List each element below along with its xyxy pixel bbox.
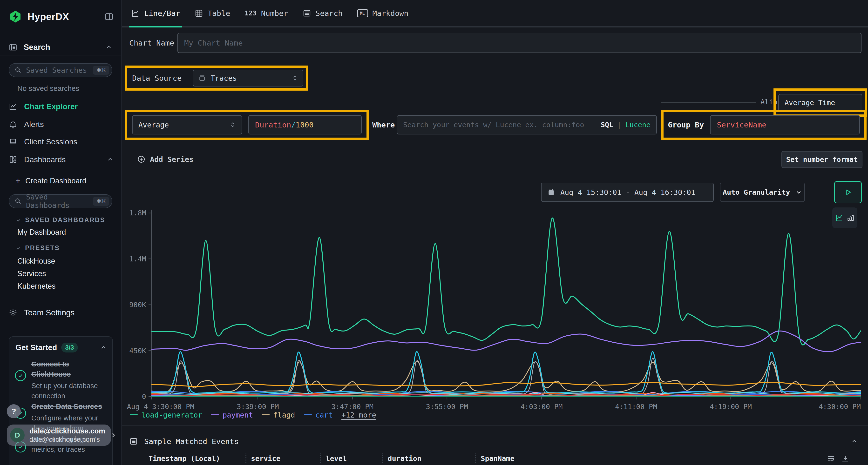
sidebar-section-search[interactable]: Search bbox=[9, 40, 112, 54]
saved-dashboards-group-header[interactable]: SAVED DASHBOARDS bbox=[16, 217, 105, 224]
chevron-right-icon bbox=[110, 432, 117, 439]
aggregation-select[interactable]: Average bbox=[132, 115, 242, 134]
column-header-duration[interactable]: duration bbox=[388, 455, 422, 463]
column-separator[interactable] bbox=[475, 454, 476, 463]
play-icon bbox=[844, 188, 852, 197]
list-icon bbox=[129, 437, 138, 446]
chart-name-label: Chart Name bbox=[129, 38, 178, 47]
download-icon[interactable] bbox=[841, 455, 850, 463]
chart-line-icon bbox=[9, 102, 18, 111]
sql-mode-toggle[interactable]: SQL bbox=[600, 121, 613, 129]
create-dashboard-button[interactable]: + Create Dashboard bbox=[16, 175, 86, 187]
where-label: Where bbox=[372, 110, 395, 140]
column-separator[interactable] bbox=[382, 454, 383, 463]
column-header-level[interactable]: level bbox=[326, 455, 347, 463]
chevron-up-icon[interactable] bbox=[106, 156, 114, 163]
chevron-up-icon[interactable] bbox=[100, 344, 107, 351]
lucene-mode-toggle[interactable]: Lucene bbox=[625, 121, 651, 129]
svg-text:3:55:00 PM: 3:55:00 PM bbox=[426, 403, 468, 411]
sidebar-item-chart-explorer[interactable]: Chart Explorer bbox=[9, 100, 114, 113]
sidebar-item-clickhouse[interactable]: ClickHouse bbox=[18, 257, 55, 266]
legend-item[interactable]: load-generator bbox=[130, 411, 202, 419]
search-icon bbox=[14, 198, 22, 205]
tutorial-highlight-group-by: Group By bbox=[661, 110, 867, 140]
alias-divider-line bbox=[661, 102, 756, 103]
chevron-up-icon[interactable] bbox=[850, 438, 858, 445]
column-header-service[interactable]: service bbox=[251, 455, 280, 463]
get-started-header[interactable]: Get Started 3/3 bbox=[16, 343, 107, 353]
gear-icon bbox=[9, 308, 18, 317]
sidebar-item-my-dashboard[interactable]: My Dashboard bbox=[18, 228, 66, 237]
legend-more-link[interactable]: +12 more bbox=[341, 411, 376, 419]
chevron-up-icon[interactable] bbox=[105, 44, 112, 51]
granularity-select[interactable]: Auto Granularity bbox=[720, 182, 805, 202]
sidebar-item-client-sessions[interactable]: Client Sessions bbox=[9, 135, 114, 148]
sample-matched-events-header[interactable]: Sample Matched Events bbox=[129, 434, 858, 449]
chart-legend: load-generatorpaymentflagdcart+12 more bbox=[130, 409, 376, 421]
get-started-step-connect[interactable]: Connect to ClickHouse Set up your databa… bbox=[15, 359, 108, 401]
sidebar-item-services[interactable]: Services bbox=[18, 269, 46, 278]
step-title: Create Data Sources bbox=[31, 401, 108, 411]
timeseries-chart[interactable]: 0450K900K1.4M1.8MAug 4 3:30:00 PM3:39:00… bbox=[122, 205, 868, 412]
tab-markdown[interactable]: Markdown bbox=[355, 0, 410, 26]
saved-dashboards-input[interactable]: Saved Dashboards ⌘K bbox=[9, 194, 112, 208]
collapse-sidebar-icon[interactable] bbox=[104, 12, 114, 22]
column-separator[interactable] bbox=[320, 454, 321, 463]
tab-number[interactable]: 123 Number bbox=[243, 0, 290, 26]
sidebar-item-team-settings[interactable]: Team Settings bbox=[9, 306, 114, 319]
group-by-input[interactable] bbox=[710, 115, 860, 134]
column-header-spanname[interactable]: SpanName bbox=[481, 455, 515, 463]
sidebar-item-dashboards[interactable]: Dashboards bbox=[9, 153, 114, 166]
svg-text:4:11:00 PM: 4:11:00 PM bbox=[615, 403, 657, 411]
presets-group-header[interactable]: PRESETS bbox=[16, 244, 60, 252]
alias-input[interactable] bbox=[778, 94, 862, 111]
no-saved-searches-text: No saved searches bbox=[18, 84, 79, 93]
step-title: Connect to ClickHouse bbox=[31, 359, 108, 379]
add-series-button[interactable]: Add Series bbox=[137, 152, 194, 166]
svg-text:0: 0 bbox=[142, 393, 146, 401]
legend-item[interactable]: cart bbox=[304, 411, 333, 419]
group-by-label: Group By bbox=[668, 121, 704, 129]
select-updown-icon bbox=[229, 122, 236, 128]
tab-line-bar[interactable]: Line/Bar bbox=[129, 0, 182, 26]
legend-item[interactable]: payment bbox=[211, 411, 253, 419]
data-source-value: Traces bbox=[211, 74, 237, 82]
user-account-chip[interactable]: D dale@clickhouse.com dale@clickhouse.co… bbox=[7, 425, 111, 446]
data-source-select[interactable]: Traces bbox=[193, 70, 303, 87]
saved-searches-input[interactable]: Saved Searches ⌘K bbox=[9, 63, 112, 77]
line-chart-icon bbox=[131, 9, 140, 18]
column-separator[interactable] bbox=[245, 454, 246, 463]
run-query-button[interactable] bbox=[834, 181, 862, 203]
chart-type-tabbar: Line/Bar Table 123 Number Search Markdow… bbox=[122, 0, 868, 28]
chart-name-input[interactable] bbox=[178, 33, 862, 53]
time-range-value: Aug 4 15:30:01 - Aug 4 16:30:01 bbox=[560, 188, 695, 197]
step-description: Set up your database connection bbox=[31, 381, 108, 401]
svg-text:1.4M: 1.4M bbox=[129, 255, 146, 263]
tab-search[interactable]: Search bbox=[301, 0, 345, 26]
column-header-timestamp[interactable]: Timestamp (Local) bbox=[149, 455, 220, 463]
tutorial-highlight-data-source: Data Source Traces bbox=[125, 66, 308, 91]
table-icon bbox=[194, 9, 203, 18]
time-range-picker[interactable]: Aug 4 15:30:01 - Aug 4 16:30:01 bbox=[541, 182, 714, 202]
set-number-format-button[interactable]: Set number format bbox=[781, 151, 863, 168]
user-team: dale@clickhouse.com's bbox=[29, 435, 105, 443]
saved-dashboards-placeholder: Saved Dashboards bbox=[26, 193, 89, 210]
calendar-icon bbox=[547, 189, 555, 196]
help-button[interactable]: ? bbox=[7, 404, 21, 418]
check-circle-icon bbox=[15, 370, 26, 381]
tab-table[interactable]: Table bbox=[193, 0, 232, 26]
list-icon bbox=[303, 9, 311, 18]
saved-searches-placeholder: Saved Searches bbox=[26, 66, 87, 74]
where-search-input[interactable]: SQL | Lucene bbox=[397, 115, 657, 134]
svg-text:450K: 450K bbox=[129, 347, 146, 355]
aggregation-expression-field[interactable]: Duration/1000 bbox=[248, 115, 362, 134]
legend-item[interactable]: flagd bbox=[261, 411, 295, 419]
sidebar-item-alerts[interactable]: Alerts bbox=[9, 118, 114, 131]
wrap-text-icon[interactable] bbox=[827, 455, 835, 463]
dashboards-icon bbox=[9, 155, 18, 164]
divider bbox=[0, 169, 121, 169]
brand-title: HyperDX bbox=[28, 11, 69, 22]
chevron-down-icon bbox=[16, 245, 21, 251]
where-query-field[interactable] bbox=[403, 121, 597, 129]
sidebar-item-kubernetes[interactable]: Kubernetes bbox=[18, 282, 56, 291]
